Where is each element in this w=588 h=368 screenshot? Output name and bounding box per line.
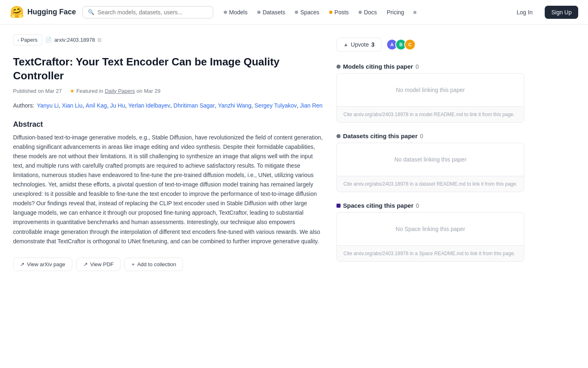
spaces-heading: Spaces citing this paper (343, 202, 414, 209)
meta-dot: · (65, 88, 67, 94)
author-yerlan-idelbayev[interactable]: Yerlan Idelbayev (128, 102, 170, 109)
avatar-group: A B C (386, 39, 416, 50)
models-label: Models (229, 9, 247, 16)
featured-suffix: on Mar 29 (136, 88, 160, 94)
author-ju-hu[interactable]: Ju Hu (110, 102, 125, 109)
add-icon: + (131, 261, 135, 267)
action-buttons: ↗ View arXiv page ↗ View PDF + Add to co… (13, 258, 323, 271)
signup-button[interactable]: Sign Up (545, 6, 578, 19)
nav-item-spaces[interactable]: Spaces (291, 7, 323, 18)
author-yanzhi-wang[interactable]: Yanzhi Wang (218, 102, 252, 109)
abstract-text: Diffusion-based text-to-image generative… (13, 133, 323, 246)
paper-meta: Published on Mar 27 · ★ Featured in Dail… (13, 88, 323, 94)
spaces-count: 0 (416, 202, 419, 209)
nav-item-models[interactable]: Models (220, 7, 252, 18)
document-icon: 📄 (45, 37, 52, 43)
author-yanyu-li[interactable]: Yanyu Li (37, 102, 58, 109)
chevron-left-icon: ‹ (18, 38, 19, 43)
search-input[interactable] (98, 9, 208, 16)
published-date: Published on Mar 27 (13, 88, 62, 94)
models-citation-box: No model linking this paper Cite arxiv.o… (336, 73, 524, 123)
arxiv-link-icon: ↗ (20, 261, 24, 267)
breadcrumb-papers-label: Papers (21, 37, 38, 43)
more-button[interactable]: ≡ (410, 7, 420, 18)
spaces-dot (295, 11, 298, 14)
datasets-count: 0 (420, 133, 423, 139)
search-icon: 🔍 (88, 9, 94, 15)
search-box: 🔍 (82, 6, 213, 18)
view-arxiv-button[interactable]: ↗ View arXiv page (13, 258, 72, 271)
login-button[interactable]: Log In (511, 7, 538, 18)
nav-item-posts[interactable]: Posts (325, 7, 353, 18)
upvote-triangle-icon: ▲ (343, 42, 348, 47)
datasets-citing-section: Datasets citing this paper 0 No dataset … (336, 132, 524, 192)
breadcrumb-arxiv: 📄 arxiv:2403.18978 ⧉ (45, 37, 101, 43)
view-arxiv-label: View arXiv page (27, 261, 65, 267)
models-citing-section: Models citing this paper 0 No model link… (336, 63, 524, 123)
spaces-citing-section: Spaces citing this paper 0 No Space link… (336, 202, 524, 262)
datasets-dot (257, 11, 261, 14)
add-collection-button[interactable]: + Add to collection (125, 258, 183, 271)
docs-dot (359, 11, 362, 14)
featured-badge: ★ Featured in Daily Papers on Mar 29 (70, 88, 160, 94)
spaces-section-dot (336, 204, 341, 208)
models-count: 0 (416, 63, 419, 70)
avatar-3: C (404, 39, 416, 50)
models-citation-note: Cite arxiv.org/abs/2403.18978 in a model… (337, 107, 524, 122)
posts-dot (329, 11, 332, 14)
authors-label: Authors: (13, 102, 34, 109)
nav-item-datasets[interactable]: Datasets (253, 7, 289, 18)
copy-icon[interactable]: ⧉ (98, 37, 101, 43)
author-xian-liu[interactable]: Xian Liu (62, 102, 82, 109)
author-anil-kag[interactable]: Anil Kag (86, 102, 107, 109)
logo-emoji: 🤗 (10, 5, 24, 19)
datasets-citation-box: No dataset linking this paper Cite arxiv… (336, 143, 524, 192)
datasets-section-dot (336, 134, 341, 138)
models-empty-message: No model linking this paper (337, 74, 524, 107)
featured-prefix: Featured in (76, 88, 103, 94)
arxiv-id: arxiv:2403.18978 (54, 37, 95, 43)
posts-label: Posts (334, 9, 349, 16)
star-icon: ★ (70, 88, 75, 94)
spaces-citation-note: Cite arxiv.org/abs/2403.18978 in a Space… (337, 246, 524, 261)
datasets-heading: Datasets citing this paper (343, 132, 418, 139)
logo[interactable]: 🤗 Hugging Face (10, 5, 76, 19)
author-sergey-tulyakov[interactable]: Sergey Tulyakov (254, 102, 297, 109)
spaces-label: Spaces (300, 9, 319, 16)
upvote-row: ▲ Upvote 3 A B C (336, 38, 524, 52)
daily-papers-link[interactable]: Daily Papers (105, 88, 135, 94)
upvote-button[interactable]: ▲ Upvote 3 (336, 38, 381, 52)
spaces-citation-box: No Space linking this paper Cite arxiv.o… (336, 212, 524, 262)
view-pdf-button[interactable]: ↗ View PDF (76, 258, 121, 271)
abstract-heading: Abstract (13, 120, 323, 129)
docs-label: Docs (364, 9, 377, 16)
author-jian-ren[interactable]: Jian Ren (300, 102, 323, 109)
add-collection-label: Add to collection (137, 261, 176, 267)
paper-title: TextCraftor: Your Text Encoder Can be Im… (13, 55, 323, 83)
nav-item-docs[interactable]: Docs (354, 7, 381, 18)
models-heading: Models citing this paper (343, 63, 413, 70)
spaces-empty-message: No Space linking this paper (337, 213, 524, 246)
authors-row: Authors: Yanyu Li, Xian Liu, Anil Kag, J… (13, 102, 323, 109)
datasets-label: Datasets (263, 9, 285, 16)
datasets-empty-message: No dataset linking this paper (337, 143, 524, 176)
author-dhritiman-sagar[interactable]: Dhritiman Sagar (174, 102, 215, 109)
breadcrumb-papers-link[interactable]: ‹ Papers (13, 34, 42, 45)
pdf-link-icon: ↗ (83, 261, 88, 267)
pricing-link[interactable]: Pricing (383, 7, 408, 18)
upvote-label: Upvote (351, 41, 369, 48)
logo-text: Hugging Face (27, 8, 76, 16)
upvote-count: 3 (371, 41, 374, 48)
datasets-citation-note: Cite arxiv.org/abs/2403.18978 in a datas… (337, 176, 524, 192)
models-section-dot (336, 65, 341, 69)
breadcrumb: ‹ Papers 📄 arxiv:2403.18978 ⧉ (13, 34, 323, 45)
models-dot (224, 11, 227, 14)
view-pdf-label: View PDF (90, 261, 114, 267)
